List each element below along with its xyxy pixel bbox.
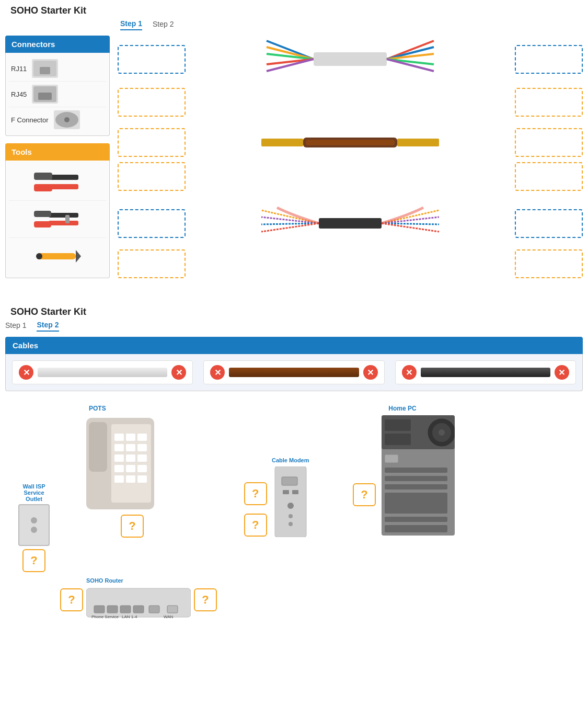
svg-rect-3 bbox=[34, 184, 52, 191]
svg-rect-80 bbox=[385, 476, 447, 481]
svg-rect-9 bbox=[37, 253, 76, 259]
svg-rect-8 bbox=[65, 215, 70, 223]
svg-rect-50 bbox=[137, 465, 147, 472]
dropbox-6a[interactable] bbox=[118, 249, 186, 278]
remove-coax-cable[interactable]: ✕ bbox=[210, 365, 225, 380]
dropbox-6b[interactable] bbox=[515, 249, 583, 278]
dropbox-1b[interactable] bbox=[515, 45, 583, 74]
router-question-box-1[interactable]: ? bbox=[60, 588, 83, 611]
svg-rect-44 bbox=[137, 444, 147, 451]
svg-rect-79 bbox=[385, 468, 447, 473]
dropbox-3b[interactable] bbox=[515, 128, 583, 157]
svg-rect-37 bbox=[89, 422, 107, 472]
tab-step2[interactable]: Step 2 bbox=[153, 20, 174, 30]
svg-rect-53 bbox=[137, 475, 147, 483]
svg-rect-16 bbox=[314, 52, 387, 66]
svg-rect-2 bbox=[34, 173, 52, 180]
svg-rect-48 bbox=[114, 465, 124, 472]
tabs-2: Step 1 Step 2 bbox=[5, 321, 583, 332]
tabs-1: Step 1 Step 2 bbox=[5, 19, 583, 30]
svg-rect-47 bbox=[137, 454, 147, 462]
wall-isp-device: Wall ISP Service Outlet ? bbox=[16, 483, 52, 572]
remove-phone-cable[interactable]: ✕ bbox=[19, 365, 33, 380]
fconn-shape bbox=[55, 112, 78, 128]
cable-row-3 bbox=[118, 202, 583, 244]
network-diagram: Wall ISP Service Outlet ? POTS bbox=[5, 400, 583, 651]
svg-rect-81 bbox=[385, 484, 447, 490]
kit-layout-1: Connectors RJ11 RJ45 F Connector bbox=[5, 36, 583, 286]
router-area: SOHO Router Phone Service LAN 1-4 WAN bbox=[86, 577, 191, 622]
svg-rect-23 bbox=[261, 139, 303, 146]
cat6-cable-bar bbox=[421, 368, 550, 377]
connectors-header: Connectors bbox=[5, 36, 110, 53]
home-pc-area: Home PC bbox=[350, 405, 455, 538]
phone-question-box[interactable]: ? bbox=[121, 515, 144, 538]
svg-rect-55 bbox=[94, 606, 105, 613]
cable-row-1 bbox=[118, 36, 583, 83]
punchdown-tool-img bbox=[11, 206, 104, 232]
svg-rect-0 bbox=[50, 175, 78, 180]
remove-cat6-cable[interactable]: ✕ bbox=[402, 365, 417, 380]
rj11-label: RJ11 bbox=[11, 65, 27, 73]
svg-rect-67 bbox=[292, 490, 298, 494]
modem-question-box-2[interactable]: ? bbox=[244, 514, 267, 537]
ethernet-visual bbox=[190, 36, 511, 83]
modem-question-box-1[interactable]: ? bbox=[244, 482, 267, 505]
tool-3[interactable] bbox=[9, 238, 106, 275]
dropbox-4a[interactable] bbox=[118, 162, 186, 191]
svg-rect-42 bbox=[114, 444, 124, 451]
svg-rect-45 bbox=[114, 454, 124, 462]
svg-rect-6 bbox=[34, 211, 51, 217]
svg-rect-43 bbox=[126, 444, 135, 451]
tool-2[interactable] bbox=[9, 201, 106, 238]
remove-coax-cable-right[interactable]: ✕ bbox=[363, 365, 378, 380]
svg-rect-76 bbox=[385, 419, 411, 431]
home-pc-label: Home PC bbox=[350, 405, 455, 412]
router-question-box-2[interactable]: ? bbox=[194, 588, 217, 611]
svg-text:WAN: WAN bbox=[164, 614, 174, 619]
svg-rect-52 bbox=[126, 475, 135, 483]
svg-rect-40 bbox=[126, 434, 135, 441]
svg-rect-56 bbox=[107, 606, 118, 613]
connector-rj45[interactable]: RJ45 bbox=[9, 82, 106, 107]
tab2-step2-active[interactable]: Step 2 bbox=[37, 321, 59, 332]
dropbox-2a[interactable] bbox=[118, 88, 186, 117]
svg-point-70 bbox=[289, 522, 293, 526]
dropbox-5a[interactable] bbox=[118, 209, 186, 238]
tool-1[interactable] bbox=[9, 164, 106, 201]
svg-rect-65 bbox=[282, 477, 297, 485]
svg-rect-25 bbox=[306, 140, 395, 145]
dropbox-5b[interactable] bbox=[515, 209, 583, 238]
remove-cat6-cable-right[interactable]: ✕ bbox=[555, 365, 569, 380]
phone-cable-bar bbox=[38, 368, 167, 377]
svg-rect-39 bbox=[114, 434, 124, 441]
dropbox-3a[interactable] bbox=[118, 128, 186, 157]
cable-modem-device: Cable Modem ? ? bbox=[272, 457, 309, 538]
remove-phone-cable-right[interactable]: ✕ bbox=[171, 365, 186, 380]
svg-rect-83 bbox=[385, 517, 447, 522]
svg-point-69 bbox=[289, 514, 293, 518]
crimping-tool-img bbox=[11, 169, 104, 195]
wall-isp-label: Wall ISP Service Outlet bbox=[16, 483, 52, 502]
pc-question-box[interactable]: ? bbox=[353, 483, 376, 506]
connector-fconn[interactable]: F Connector bbox=[9, 107, 106, 132]
svg-rect-4 bbox=[49, 213, 78, 218]
svg-rect-5 bbox=[49, 221, 78, 225]
tools-items bbox=[5, 161, 110, 278]
dropbox-4b[interactable] bbox=[515, 162, 583, 191]
tab-step1-active[interactable]: Step 1 bbox=[120, 19, 142, 30]
cable-item-phone: ✕ ✕ bbox=[12, 360, 193, 384]
phone-illustration: ? bbox=[86, 418, 154, 511]
tab2-step1[interactable]: Step 1 bbox=[5, 321, 26, 331]
rj11-image bbox=[32, 59, 58, 78]
fconn-label: F Connector bbox=[11, 116, 49, 124]
dropbox-2b[interactable] bbox=[515, 88, 583, 117]
svg-rect-59 bbox=[149, 606, 159, 613]
dropbox-1a[interactable] bbox=[118, 45, 186, 74]
svg-rect-57 bbox=[120, 606, 131, 613]
wall-question-box[interactable]: ? bbox=[22, 549, 45, 572]
connector-rj11[interactable]: RJ11 bbox=[9, 56, 106, 82]
svg-rect-58 bbox=[133, 606, 144, 613]
left-panel-1: Connectors RJ11 RJ45 F Connector bbox=[5, 36, 110, 286]
coax-visual bbox=[190, 128, 511, 157]
